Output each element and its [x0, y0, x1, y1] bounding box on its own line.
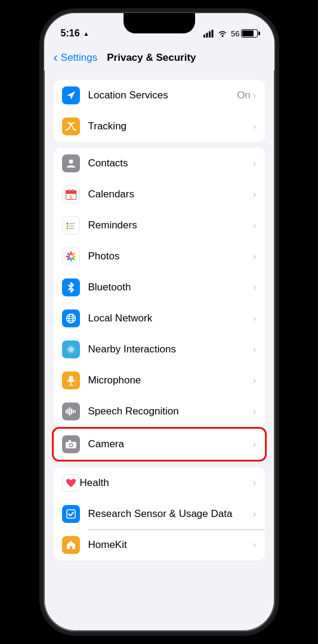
- tracking-icon: [62, 117, 80, 135]
- research-sensor-icon: [62, 505, 80, 523]
- contacts-person-icon: [66, 158, 76, 169]
- camera-chevron: ›: [253, 438, 257, 450]
- phone-notch: [124, 13, 195, 33]
- status-time: 5:16 ▲: [61, 28, 89, 39]
- calendars-icon: 1: [62, 185, 80, 203]
- photos-label: Photos: [88, 250, 253, 262]
- contacts-label: Contacts: [88, 157, 253, 169]
- svg-rect-0: [203, 35, 205, 38]
- list-item-photos[interactable]: Photos ›: [54, 241, 265, 272]
- contacts-chevron: ›: [253, 157, 257, 169]
- list-item-reminders[interactable]: Reminders ›: [54, 210, 265, 241]
- list-item-contacts[interactable]: Contacts ›: [54, 148, 265, 179]
- wifi-icon: [218, 30, 227, 38]
- battery-icon: [241, 29, 258, 38]
- svg-rect-44: [75, 410, 76, 413]
- list-item-camera[interactable]: Camera ›: [54, 429, 265, 460]
- calendars-label: Calendars: [88, 188, 253, 200]
- speech-recognition-chevron: ›: [253, 405, 257, 417]
- list-item-microphone[interactable]: Microphone ›: [54, 365, 265, 396]
- homekit-right: ›: [253, 539, 257, 551]
- svg-point-35: [70, 349, 72, 351]
- camera-icon: [62, 435, 80, 453]
- list-item-tracking[interactable]: Tracking ›: [54, 111, 265, 142]
- local-network-chevron: ›: [253, 312, 257, 324]
- photos-symbol-icon: [64, 250, 78, 263]
- svg-point-17: [66, 228, 68, 230]
- battery-fill: [242, 30, 254, 36]
- svg-rect-8: [66, 192, 76, 193]
- homekit-chevron: ›: [253, 539, 257, 551]
- svg-rect-43: [73, 410, 74, 413]
- svg-rect-1: [206, 33, 208, 38]
- svg-rect-41: [69, 407, 70, 416]
- camera-highlight-wrapper: Camera ›: [52, 427, 267, 462]
- svg-rect-12: [72, 189, 73, 192]
- time-display: 5:16: [61, 28, 80, 39]
- list-item-location-services[interactable]: Location Services On ›: [54, 80, 265, 111]
- list-item-local-network[interactable]: Local Network ›: [54, 303, 265, 334]
- globe-icon: [66, 313, 76, 324]
- microphone-chevron: ›: [253, 374, 257, 386]
- bluetooth-symbol-icon: [66, 282, 76, 293]
- svg-rect-3: [212, 30, 214, 38]
- list-item-homekit[interactable]: HomeKit ›: [54, 530, 265, 561]
- location-arrow-icon: [66, 90, 76, 101]
- back-button[interactable]: ‹ Settings: [54, 50, 98, 66]
- nearby-interactions-icon: [62, 340, 80, 358]
- list-item-bluetooth[interactable]: Bluetooth ›: [54, 272, 265, 303]
- local-network-icon: [62, 309, 80, 327]
- camera-symbol-icon: [65, 439, 77, 449]
- research-sensor-label: Research Sensor & Usage Data: [88, 508, 253, 520]
- speech-recognition-icon: [62, 402, 80, 420]
- page-title: Privacy & Security: [107, 52, 196, 64]
- health-icon: [62, 474, 80, 492]
- list-item-calendars[interactable]: 1 Calendars ›: [54, 179, 265, 210]
- local-network-label: Local Network: [88, 312, 253, 324]
- battery-container: 56: [231, 29, 257, 38]
- tracking-chevron: ›: [253, 120, 257, 132]
- list-item-research-sensor[interactable]: Research Sensor & Usage Data ›: [54, 499, 265, 530]
- svg-rect-18: [69, 228, 75, 229]
- svg-point-5: [69, 160, 73, 164]
- microphone-icon: [62, 371, 80, 389]
- tracking-label: Tracking: [88, 120, 253, 132]
- bluetooth-icon: [62, 278, 80, 296]
- calendars-right: ›: [253, 188, 257, 200]
- nearby-interactions-label: Nearby Interactions: [88, 343, 253, 355]
- svg-point-27: [69, 255, 72, 258]
- photos-chevron: ›: [253, 250, 257, 262]
- location-services-chevron: ›: [253, 89, 257, 101]
- heart-symbol-icon: [66, 478, 76, 488]
- svg-text:1: 1: [70, 195, 72, 199]
- status-icons: 56: [203, 29, 257, 38]
- location-services-label: Location Services: [88, 89, 237, 101]
- speech-recognition-label: Speech Recognition: [88, 405, 253, 417]
- homekit-symbol-icon: [66, 540, 76, 550]
- tracking-symbol-icon: [66, 121, 76, 132]
- permissions-group: Contacts › 1: [54, 148, 265, 427]
- svg-rect-40: [67, 408, 69, 414]
- list-item-speech-recognition[interactable]: Speech Recognition ›: [54, 396, 265, 427]
- research-sensor-chevron: ›: [253, 508, 257, 520]
- microphone-right: ›: [253, 374, 257, 386]
- bluetooth-label: Bluetooth: [88, 281, 253, 293]
- location-services-right: On ›: [237, 89, 256, 101]
- reminders-icon: [62, 216, 80, 234]
- battery-percent: 56: [231, 29, 239, 38]
- svg-point-4: [222, 35, 224, 37]
- list-item-health[interactable]: Health ›: [54, 467, 265, 499]
- location-services-value: On: [237, 89, 251, 101]
- camera-label: Camera: [88, 438, 253, 450]
- health-group: Health › Research Sensor & Usage Data: [54, 467, 265, 561]
- list-item-nearby-interactions[interactable]: Nearby Interactions ›: [54, 334, 265, 365]
- location-tracking-group: Location Services On › Tracking: [54, 80, 265, 142]
- svg-point-13: [66, 223, 68, 225]
- mic-symbol-icon: [67, 375, 75, 386]
- calendars-chevron: ›: [253, 188, 257, 200]
- nav-bar: ‹ Settings Privacy & Security: [44, 45, 274, 70]
- main-content: Location Services On › Tracking: [44, 70, 274, 631]
- health-right: ›: [253, 477, 257, 489]
- homekit-label: HomeKit: [88, 539, 253, 551]
- bluetooth-chevron: ›: [253, 281, 257, 293]
